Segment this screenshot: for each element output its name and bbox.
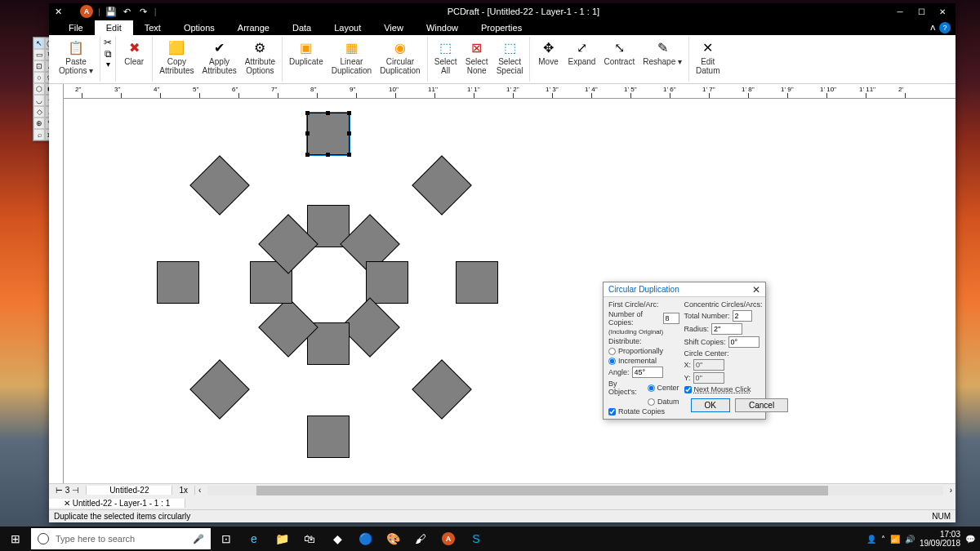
maximize-button[interactable]: ☐ [911, 5, 931, 18]
task-view-icon[interactable]: ⊡ [212, 527, 240, 550]
redo-icon[interactable]: ↷ [138, 6, 149, 17]
network-icon[interactable]: 📶 [890, 535, 900, 544]
paint2-icon[interactable]: 🖌 [407, 527, 434, 550]
minimize-button[interactable]: ─ [890, 5, 910, 18]
tool-circle[interactable]: ○ [33, 72, 45, 83]
people-icon[interactable]: 👤 [866, 535, 876, 544]
paint-icon[interactable]: 🎨 [379, 527, 407, 550]
menu-options[interactable]: Options [172, 20, 226, 35]
scroll-right-icon[interactable]: › [947, 486, 956, 495]
datum-radio[interactable] [648, 398, 655, 406]
tray-chevron-icon[interactable]: ˄ [881, 535, 885, 544]
reshape-button[interactable]: ✎ Reshape ▾ [639, 37, 685, 68]
shape-square[interactable] [456, 261, 498, 304]
proportionally-radio[interactable] [608, 348, 616, 355]
select-all-button[interactable]: ⬚ Select All [431, 37, 461, 77]
attribute-options-button[interactable]: ⚙ Attribute Options [242, 37, 278, 77]
dialog-title-bar[interactable]: Circular Duplication ✕ [604, 282, 765, 297]
menu-layout[interactable]: Layout [323, 20, 372, 35]
clear-button[interactable]: ✖ Clear [119, 37, 149, 68]
tool-box[interactable]: ⊡ [33, 60, 45, 72]
shift-copies-input[interactable] [728, 336, 760, 348]
shape-square[interactable] [307, 415, 350, 458]
ok-button[interactable]: OK [691, 398, 730, 412]
zoom-tab[interactable]: 1x [172, 486, 195, 495]
search-input[interactable]: Type here to search 🎤 [31, 528, 211, 549]
clock[interactable]: 17:03 19/09/2018 [920, 530, 960, 548]
pcdraft-icon[interactable]: A [434, 527, 462, 550]
expand-icon: ⤢ [570, 38, 593, 56]
edit-datum-button[interactable]: ✕ Edit Datum [693, 37, 723, 77]
paste-button[interactable]: 📋 Paste Options ▾ [56, 37, 96, 77]
tool-arc[interactable]: ◡ [33, 95, 45, 106]
close-button[interactable]: ✕ [933, 5, 952, 18]
menu-arrange[interactable]: Arrange [226, 20, 281, 35]
menu-view[interactable]: View [372, 20, 415, 35]
close-palette-icon[interactable]: ✕ [52, 6, 64, 17]
scroll-left-icon[interactable]: ‹ [195, 486, 204, 495]
menu-window[interactable]: Window [415, 20, 470, 35]
shape-square[interactable] [157, 261, 199, 304]
page-stepper[interactable]: ⊢ 3 ⊣ [49, 486, 87, 495]
app-icon[interactable]: ◆ [323, 527, 351, 550]
edge-icon[interactable]: e [240, 527, 268, 550]
tool-hex[interactable]: ⬡ [33, 83, 45, 95]
menu-data[interactable]: Data [281, 20, 323, 35]
chrome-icon[interactable]: 🔵 [351, 527, 379, 550]
explorer-icon[interactable]: 📁 [268, 527, 296, 550]
linear-duplication-button[interactable]: ▦ Linear Duplication [328, 37, 375, 77]
help-icon[interactable]: ? [939, 22, 951, 33]
selected-square[interactable] [307, 113, 350, 155]
num-copies-input[interactable] [663, 313, 679, 324]
document-tab[interactable]: Untitled-22 [87, 486, 172, 495]
duplicate-button[interactable]: ▣ Duplicate [286, 37, 327, 77]
tool-pointer[interactable]: ↖ [33, 38, 45, 49]
incremental-radio[interactable] [608, 358, 616, 365]
linear-dup-icon: ▦ [340, 38, 363, 56]
canvas[interactable]: Circular Duplication ✕ First Circle/Arc:… [64, 99, 956, 483]
store-icon[interactable]: 🛍 [296, 527, 323, 550]
chevron-up-icon[interactable]: ʌ [930, 22, 936, 33]
layer-tab[interactable]: ✕ Untitled-22 - Layer-1 - 1 : 1 [49, 499, 185, 508]
y-input [693, 372, 724, 384]
undo-icon[interactable]: ↶ [122, 6, 133, 17]
status-bar: Duplicate the selected items circularly … [49, 509, 956, 522]
menu-file[interactable]: File [57, 20, 95, 35]
tool-zoom[interactable]: ⌕ [33, 129, 45, 140]
cancel-button[interactable]: Cancel [735, 398, 788, 412]
shape-square[interactable] [189, 155, 250, 216]
copy-attributes-button[interactable]: 🟨 Copy Attributes [156, 37, 197, 77]
window-title: PCDraft - [Untitled-22 - Layer-1 - 1 : 1… [157, 7, 890, 16]
shape-square[interactable] [366, 261, 408, 304]
next-mouse-click-check[interactable] [684, 386, 692, 393]
start-button[interactable]: ⊞ [2, 527, 29, 550]
circular-dup-icon: ◉ [389, 38, 412, 56]
expand-button[interactable]: ⤢ Expand [564, 37, 599, 68]
center-radio[interactable] [648, 384, 655, 392]
notifications-icon[interactable]: 💬 [965, 535, 975, 544]
circular-duplication-button[interactable]: ◉ Circular Duplication [376, 37, 423, 77]
angle-input[interactable] [632, 367, 663, 378]
save-icon[interactable]: 💾 [105, 6, 117, 17]
tool-target[interactable]: ⊕ [33, 118, 45, 129]
menu-text[interactable]: Text [133, 20, 172, 35]
select-special-button[interactable]: ⬚ Select Special [493, 37, 527, 77]
shape-square[interactable] [189, 359, 250, 420]
apply-attributes-button[interactable]: ✔ Apply Attributes [199, 37, 240, 77]
radius-input[interactable] [711, 323, 742, 335]
menu-properties[interactable]: Properties [470, 20, 533, 35]
skype-icon[interactable]: S [462, 527, 490, 550]
shape-square[interactable] [412, 359, 472, 420]
tool-rect[interactable]: ▭ [33, 49, 45, 60]
total-number-input[interactable] [733, 310, 752, 322]
horizontal-scrollbar[interactable] [207, 486, 942, 495]
select-none-button[interactable]: ⊠ Select None [462, 37, 492, 77]
tool-diamond[interactable]: ◇ [33, 106, 45, 118]
move-button[interactable]: ✥ Move [533, 37, 563, 68]
shape-square[interactable] [412, 155, 472, 216]
volume-icon[interactable]: 🔊 [905, 535, 915, 544]
dialog-close-icon[interactable]: ✕ [752, 284, 760, 295]
contract-button[interactable]: ⤡ Contract [600, 37, 638, 68]
rotate-copies-check[interactable] [608, 408, 616, 415]
menu-edit[interactable]: Edit [95, 20, 133, 35]
